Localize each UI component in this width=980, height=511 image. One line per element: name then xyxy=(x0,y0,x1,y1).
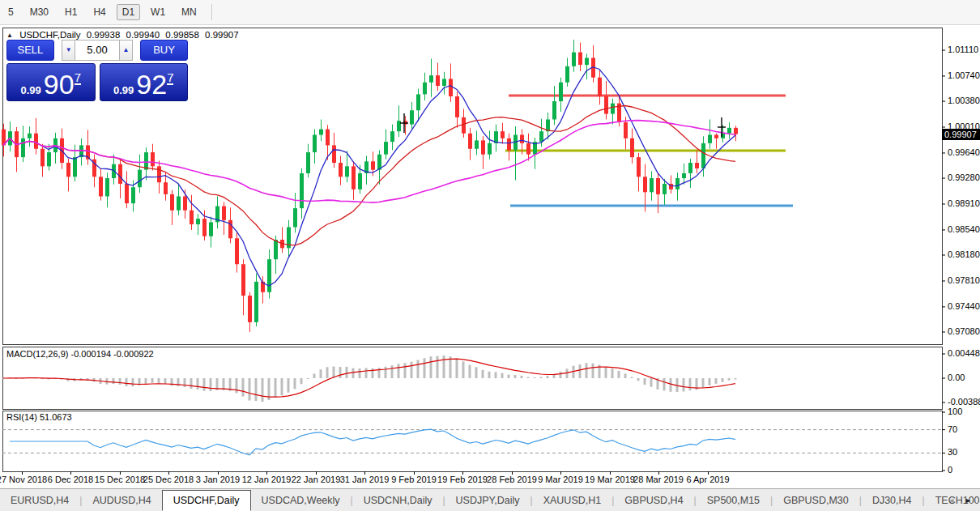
chart-tab-usdcnh[interactable]: USDCNH,Daily xyxy=(353,491,443,510)
date-axis-label: 28 Mar 2019 xyxy=(633,475,684,484)
timeframe-button-h4[interactable]: H4 xyxy=(87,4,111,20)
candle-body xyxy=(436,75,440,86)
macd-histogram-bar xyxy=(430,356,432,378)
candle-body xyxy=(565,66,569,83)
macd-histogram-bar xyxy=(398,364,400,378)
macd-histogram-bar xyxy=(702,378,705,388)
candle-body xyxy=(293,208,297,227)
candle-body xyxy=(105,178,109,196)
candle-body xyxy=(429,75,433,83)
chart-tab-audusd[interactable]: AUDUSD,H4 xyxy=(82,491,161,510)
candle-body xyxy=(73,157,77,177)
macd-histogram-bar xyxy=(197,378,199,390)
rsi-axis-label: 30 xyxy=(948,447,957,457)
date-axis-label: 25 Dec 2018 xyxy=(143,475,194,484)
candle-body xyxy=(358,173,362,189)
macd-histogram-bar xyxy=(262,378,264,402)
candle-body xyxy=(21,138,25,157)
candle-body xyxy=(99,177,103,196)
buy-button[interactable]: BUY xyxy=(140,40,188,61)
candle-body xyxy=(241,264,245,296)
macd-histogram-bar xyxy=(313,373,316,378)
macd-histogram-bar xyxy=(650,378,653,387)
candle-body xyxy=(267,259,271,292)
chart-tab-sp500[interactable]: SP500,M15 xyxy=(697,491,770,510)
candle-body xyxy=(559,83,563,101)
macd-histogram-bar xyxy=(722,378,724,382)
macd-axis-label: 0.004487 xyxy=(948,348,980,358)
macd-histogram-bar xyxy=(482,370,484,378)
candle-body xyxy=(248,296,252,322)
macd-histogram-bar xyxy=(469,365,471,378)
macd-histogram-bar xyxy=(346,367,348,378)
timeframe-button-mn[interactable]: MN xyxy=(176,4,202,20)
rsi-axis-label: 100 xyxy=(948,407,962,416)
chart-tab-gbpusd[interactable]: GBPUSD,H4 xyxy=(614,491,693,510)
macd-histogram-bar xyxy=(501,373,504,378)
macd-histogram-bar xyxy=(488,372,491,378)
macd-histogram-bar xyxy=(223,378,225,390)
macd-histogram-bar xyxy=(294,378,296,389)
one-click-trading-panel: SELL ▼ 5.00 ▲ BUY 0.99907 0.99927 xyxy=(6,40,188,101)
macd-histogram-bar xyxy=(417,360,420,378)
buy-price-box[interactable]: 0.99927 xyxy=(100,63,189,101)
candle-body xyxy=(663,184,667,194)
candle-body xyxy=(643,177,647,192)
lot-size-input[interactable]: 5.00 xyxy=(75,40,119,61)
sell-price-prefix: 0.99 xyxy=(21,84,41,96)
macd-histogram-bar xyxy=(586,363,588,378)
candle-body xyxy=(462,117,466,134)
sell-price-box[interactable]: 0.99907 xyxy=(6,63,96,101)
macd-histogram-bar xyxy=(164,378,167,384)
price-axis-label: 0.99640 xyxy=(948,147,980,157)
ohlc-high: 0.99940 xyxy=(126,30,160,40)
timeframe-button-w1[interactable]: W1 xyxy=(145,4,171,20)
timeframe-button-d1[interactable]: D1 xyxy=(117,4,140,20)
date-axis-label: 19 Mar 2019 xyxy=(585,475,635,484)
candle-body xyxy=(202,219,207,236)
macd-histogram-bar xyxy=(372,368,374,378)
macd-histogram-bar xyxy=(611,368,614,378)
price-axis-label: 0.97080 xyxy=(948,326,980,336)
tab-scroll-left-icon[interactable]: ◄ xyxy=(943,496,960,505)
macd-histogram-bar xyxy=(113,378,115,384)
macd-histogram-bar xyxy=(644,378,646,385)
chart-tab-dj30[interactable]: DJ30,H4 xyxy=(862,491,922,510)
chart-tab-usdjpy[interactable]: USDJPY,Daily xyxy=(445,491,530,510)
macd-histogram-bar xyxy=(605,367,607,378)
lot-increase-button[interactable]: ▲ xyxy=(120,40,134,61)
candle-body xyxy=(196,219,200,224)
candle-body xyxy=(734,128,738,134)
chart-tab-eurusd[interactable]: EURUSD,H4 xyxy=(0,491,79,510)
chart-tab-xauusd[interactable]: XAUUSD,H1 xyxy=(533,491,612,510)
candle-body xyxy=(475,140,479,148)
candle-body xyxy=(332,145,336,163)
date-axis-label: 22 Jan 2019 xyxy=(292,475,341,484)
timeframe-toolbar: 5M30H1H4D1W1MN xyxy=(0,0,980,25)
candle-body xyxy=(695,163,699,168)
candle-body xyxy=(352,166,356,189)
macd-histogram-bar xyxy=(521,376,523,378)
price-axis-label: 1.00740 xyxy=(948,70,980,80)
macd-histogram-bar xyxy=(566,368,569,378)
sell-button[interactable]: SELL xyxy=(6,40,54,61)
macd-histogram-bar xyxy=(534,377,536,378)
chart-tab-usdchf[interactable]: USDCHF,Daily xyxy=(162,490,251,511)
macd-histogram-bar xyxy=(184,378,186,387)
lot-decrease-button[interactable]: ▼ xyxy=(62,40,75,61)
tab-scroll-right-icon[interactable]: ► xyxy=(960,496,980,505)
timeframe-button-m30[interactable]: M30 xyxy=(24,4,54,20)
timeframe-button-5[interactable]: 5 xyxy=(2,4,19,20)
chart-tab-usdcad[interactable]: USDCAD,Weekly xyxy=(251,491,351,510)
candle-body xyxy=(708,134,712,143)
sell-price-big: 90 xyxy=(44,72,75,96)
macd-axis-label: -0.003883 xyxy=(948,397,980,407)
date-axis-label: 27 Nov 2018 xyxy=(0,475,47,484)
macd-histogram-bar xyxy=(132,378,134,386)
macd-histogram-bar xyxy=(424,358,426,378)
macd-histogram-bar xyxy=(508,375,510,378)
chart-tab-gbpusd[interactable]: GBPUSD,M30 xyxy=(773,491,859,510)
collapse-panel-icon[interactable]: ▲ xyxy=(6,32,13,39)
candle-body xyxy=(313,134,317,152)
timeframe-button-h1[interactable]: H1 xyxy=(59,4,83,20)
